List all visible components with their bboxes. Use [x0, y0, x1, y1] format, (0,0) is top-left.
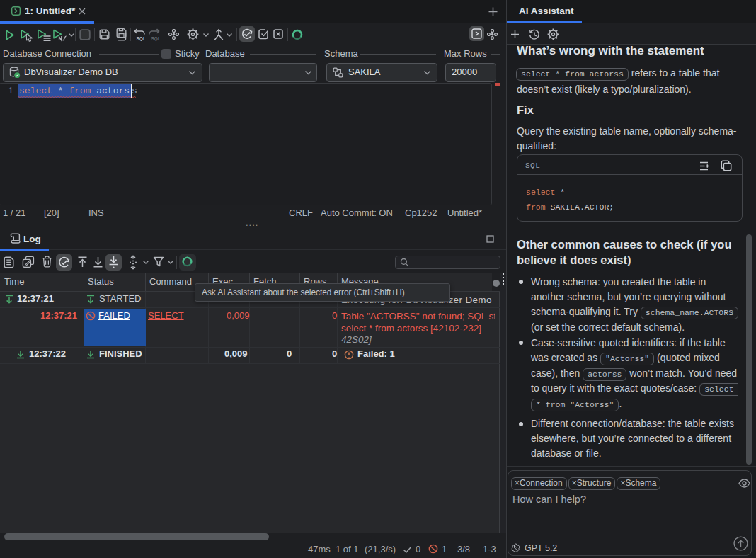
- svg-text:SQL: SQL: [137, 36, 146, 42]
- svg-text:SQL: SQL: [151, 36, 161, 42]
